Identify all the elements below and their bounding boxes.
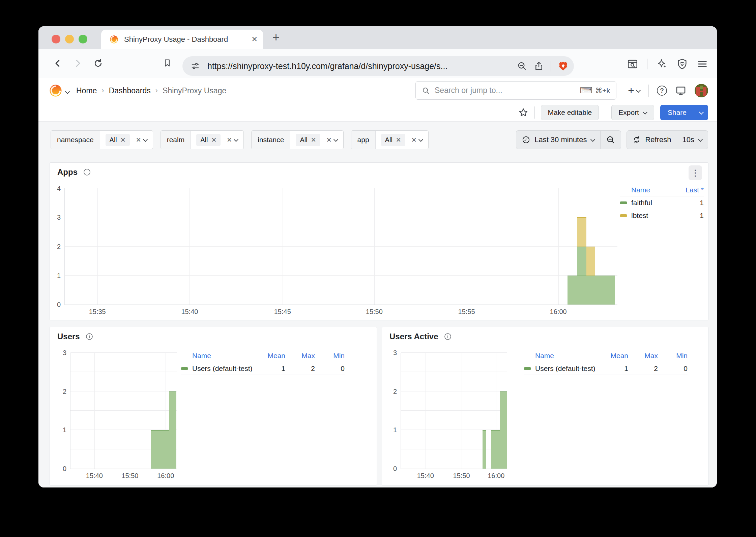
clear-filter-icon[interactable]: ✕	[411, 136, 417, 144]
legend-series-name[interactable]: faithful	[631, 199, 652, 207]
reload-icon[interactable]	[93, 58, 103, 68]
chevron-down-icon[interactable]	[143, 138, 147, 142]
users-chart[interactable]: 15:4015:5016:000123	[70, 353, 177, 469]
close-window-button[interactable]	[52, 35, 60, 43]
filter-realm[interactable]: realmAll✕✕	[161, 130, 244, 149]
panel-title-row[interactable]: Users	[57, 332, 93, 341]
y-axis-tick-label: 0	[393, 465, 397, 473]
help-icon[interactable]: ?	[657, 86, 667, 96]
user-avatar[interactable]	[695, 84, 708, 97]
minimize-window-button[interactable]	[65, 35, 74, 43]
filter-value-chip[interactable]: All✕	[296, 134, 320, 146]
vpn-shield-icon[interactable]	[676, 58, 688, 70]
leo-ai-icon[interactable]	[656, 58, 668, 70]
clear-filter-icon[interactable]: ✕	[227, 136, 232, 144]
legend-column-name[interactable]: Name	[620, 186, 680, 194]
brave-shields-icon[interactable]	[558, 61, 569, 71]
header-divider	[648, 85, 649, 97]
y-axis-tick-label: 2	[57, 243, 61, 250]
legend-series-name[interactable]: Users (default-test)	[192, 365, 253, 373]
panel-title[interactable]: Users	[57, 332, 80, 341]
legend-column-mean[interactable]: Mean	[599, 352, 628, 360]
legend-column-min[interactable]: Min	[315, 352, 345, 360]
zoom-out-time-button[interactable]	[601, 131, 621, 149]
legend-column-mean[interactable]: Mean	[256, 352, 285, 360]
legend-row[interactable]: lbtest1	[620, 209, 704, 222]
search-input[interactable]	[435, 86, 580, 95]
users-active-legend[interactable]: NameMeanMaxMinUsers (default-test)120	[524, 349, 695, 375]
users-active-chart[interactable]: 15:4015:5016:000123	[401, 353, 507, 469]
url-bar[interactable]: https://shinyproxy-test.h10y.com/grafana…	[182, 56, 574, 76]
breadcrumb-dashboards[interactable]: Dashboards	[109, 86, 151, 95]
panel-menu-button[interactable]: ⋮	[689, 165, 702, 180]
legend-column-name[interactable]: Name	[181, 352, 256, 360]
filter-value-chip[interactable]: All✕	[106, 134, 130, 146]
grid-line	[65, 246, 617, 247]
legend-column-last[interactable]: Last *	[680, 186, 704, 194]
export-button[interactable]: Export	[611, 105, 654, 120]
legend-column-min[interactable]: Min	[658, 352, 688, 360]
filter-app[interactable]: appAll✕✕	[351, 130, 429, 149]
org-switcher-chevron-icon[interactable]	[65, 90, 69, 94]
new-dashboard-button[interactable]: +	[628, 85, 640, 96]
share-page-icon[interactable]	[534, 61, 544, 71]
grafana-logo[interactable]	[49, 84, 63, 98]
legend-series-name[interactable]: Users (default-test)	[535, 365, 595, 373]
browser-tab[interactable]: ShinyProxy Usage - Dashboard ✕	[101, 30, 263, 49]
panel-title[interactable]: Users Active	[389, 332, 438, 341]
clear-filter-icon[interactable]: ✕	[326, 136, 332, 144]
chevron-down-icon[interactable]	[419, 138, 423, 142]
url-text[interactable]: https://shinyproxy-test.h10y.com/grafana…	[207, 61, 510, 71]
forward-icon[interactable]	[73, 58, 83, 68]
grid-line	[401, 372, 507, 372]
users-legend[interactable]: NameMeanMaxMinUsers (default-test)120	[181, 349, 352, 375]
legend-series-name[interactable]: lbtest	[631, 212, 648, 220]
time-range-picker[interactable]: Last 30 minutes	[516, 131, 600, 149]
remove-value-icon[interactable]: ✕	[211, 136, 216, 144]
fullscreen-window-button[interactable]	[79, 35, 87, 43]
legend-column-max[interactable]: Max	[285, 352, 315, 360]
x-axis-tick-label: 15:50	[121, 472, 138, 480]
filter-value-chip[interactable]: All✕	[196, 134, 221, 146]
filter-value-chip[interactable]: All✕	[381, 134, 405, 146]
bookmark-icon[interactable]	[163, 58, 173, 68]
panel-title-row[interactable]: Apps	[57, 167, 91, 177]
remove-value-icon[interactable]: ✕	[120, 136, 126, 144]
make-editable-button[interactable]: Make editable	[541, 105, 599, 120]
chevron-down-icon[interactable]	[234, 138, 238, 142]
legend-value: 0	[315, 365, 345, 373]
apps-legend[interactable]: NameLast *faithful1lbtest1	[620, 184, 706, 222]
zoom-out-icon[interactable]	[517, 61, 527, 71]
new-tab-button[interactable]: +	[272, 29, 280, 46]
legend-column-name[interactable]: Name	[524, 352, 599, 360]
search-box[interactable]: ⌨ ⌘+k	[415, 81, 616, 100]
star-icon[interactable]	[518, 107, 528, 118]
clear-filter-icon[interactable]: ✕	[136, 136, 141, 144]
tab-close-icon[interactable]: ✕	[252, 35, 258, 44]
panel-title-row[interactable]: Users Active	[389, 332, 452, 341]
panel-title[interactable]: Apps	[57, 167, 78, 177]
search-panel-icon[interactable]	[627, 58, 638, 70]
legend-column-max[interactable]: Max	[628, 352, 658, 360]
filter-instance[interactable]: instanceAll✕✕	[251, 130, 343, 149]
legend-row[interactable]: Users (default-test)120	[524, 362, 688, 375]
menu-icon[interactable]	[697, 58, 708, 70]
chart-bar-users-default-test-	[169, 391, 176, 469]
refresh-button[interactable]: Refresh	[627, 131, 676, 149]
news-monitor-icon[interactable]	[675, 85, 687, 96]
refresh-interval-picker[interactable]: 10s	[677, 131, 708, 149]
back-icon[interactable]	[53, 58, 63, 68]
variable-filters: namespaceAll✕✕realmAll✕✕instanceAll✕✕app…	[51, 130, 429, 149]
site-controls-icon[interactable]	[191, 61, 200, 71]
filter-namespace[interactable]: namespaceAll✕✕	[51, 130, 153, 149]
breadcrumb-home[interactable]: Home	[76, 86, 97, 95]
share-button[interactable]: Share	[660, 105, 694, 120]
apps-chart[interactable]: 15:3515:4015:4515:5015:5516:0001234	[64, 188, 617, 305]
chevron-down-icon[interactable]	[334, 138, 338, 142]
legend-row[interactable]: faithful1	[620, 196, 704, 209]
remove-value-icon[interactable]: ✕	[311, 136, 316, 144]
grid-line	[70, 372, 177, 372]
remove-value-icon[interactable]: ✕	[396, 136, 401, 144]
legend-row[interactable]: Users (default-test)120	[181, 362, 345, 375]
share-menu-button[interactable]	[694, 105, 708, 120]
